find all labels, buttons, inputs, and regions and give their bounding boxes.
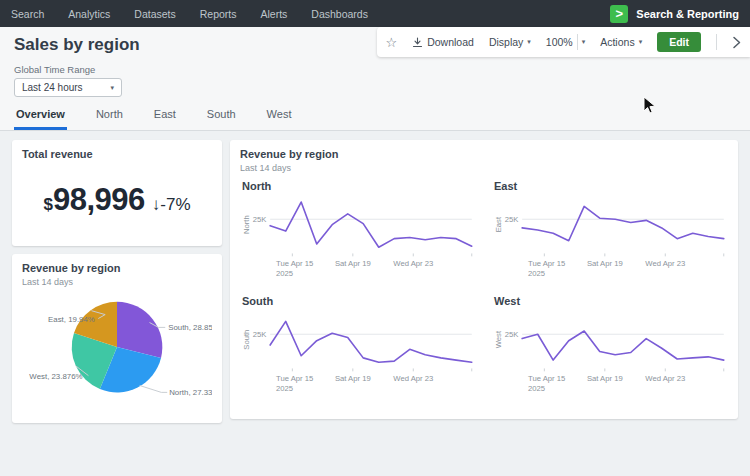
chart-title-west: West	[494, 295, 728, 307]
svg-text:2025: 2025	[528, 269, 545, 278]
pie-subtitle: Last 14 days	[22, 277, 212, 287]
favorite-star-icon[interactable]: ☆	[386, 36, 398, 49]
svg-text:South: South	[242, 330, 251, 350]
svg-text:East, 19.94%: East, 19.94%	[48, 315, 95, 324]
svg-text:Wed Apr 23: Wed Apr 23	[393, 259, 433, 268]
zoom-level: 100%	[546, 36, 573, 48]
svg-text:Sat Apr 19: Sat Apr 19	[335, 374, 371, 383]
line-chart-cell-east: East 25KEastTue Apr 152025Sat Apr 19Wed …	[492, 173, 728, 288]
svg-text:Tue Apr 15: Tue Apr 15	[276, 259, 313, 268]
line-chart-east: 25KEastTue Apr 152025Sat Apr 19Wed Apr 2…	[492, 192, 728, 288]
caret-down-icon: ▾	[110, 84, 114, 92]
svg-text:Wed Apr 23: Wed Apr 23	[393, 374, 433, 383]
time-range-value: Last 24 hours	[22, 82, 83, 93]
svg-text:North: North	[242, 215, 251, 234]
zoom-control[interactable]: 100% ▾	[546, 34, 585, 50]
actions-menu-button[interactable]: Actions ▾	[600, 36, 642, 48]
svg-text:25K: 25K	[253, 330, 268, 339]
svg-text:Tue Apr 15: Tue Apr 15	[528, 374, 565, 383]
line-chart-grid: North 25KNorthTue Apr 152025Sat Apr 19We…	[240, 173, 728, 403]
kpi-value: 98,996	[53, 182, 145, 218]
line-chart-north: 25KNorthTue Apr 152025Sat Apr 19Wed Apr …	[240, 192, 476, 288]
kpi-currency: $	[43, 195, 52, 215]
tab-overview[interactable]: Overview	[14, 108, 67, 130]
chart-title-north: North	[242, 180, 476, 192]
download-icon	[412, 37, 423, 48]
chart-title-south: South	[242, 295, 476, 307]
tab-bar: Overview North East South West	[14, 108, 750, 130]
line-chart-cell-south: South 25KSouthTue Apr 152025Sat Apr 19We…	[240, 288, 476, 403]
svg-text:Sat Apr 19: Sat Apr 19	[587, 259, 623, 268]
chart-title-east: East	[494, 180, 728, 192]
caret-down-icon: ▾	[527, 38, 531, 46]
svg-text:Sat Apr 19: Sat Apr 19	[587, 374, 623, 383]
dashboard-header: Sales by region ☆ Download Display ▾ 100…	[0, 27, 750, 131]
svg-text:2025: 2025	[276, 269, 293, 278]
revenue-pie-panel: Revenue by region Last 14 days South, 28…	[12, 254, 222, 423]
nav-item-search[interactable]: Search	[11, 8, 44, 20]
lines-title: Revenue by region	[240, 148, 728, 160]
line-chart-cell-west: West 25KWestTue Apr 152025Sat Apr 19Wed …	[492, 288, 728, 403]
line-chart-south: 25KSouthTue Apr 152025Sat Apr 19Wed Apr …	[240, 307, 476, 403]
splunk-logo-icon: >	[610, 5, 628, 23]
svg-text:Wed Apr 23: Wed Apr 23	[645, 259, 685, 268]
kpi-title: Total revenue	[22, 148, 212, 160]
total-revenue-panel: Total revenue $98,996 ↓-7%	[12, 140, 222, 246]
nav-item-dashboards[interactable]: Dashboards	[311, 8, 368, 20]
nav-item-reports[interactable]: Reports	[200, 8, 237, 20]
svg-text:North, 27.332%: North, 27.332%	[169, 388, 212, 397]
chevron-right-icon[interactable]	[732, 36, 741, 49]
line-chart-west: 25KWestTue Apr 152025Sat Apr 19Wed Apr 2…	[492, 307, 728, 403]
svg-text:Sat Apr 19: Sat Apr 19	[335, 259, 371, 268]
svg-text:25K: 25K	[505, 215, 520, 224]
tab-south[interactable]: South	[205, 108, 238, 130]
svg-text:Tue Apr 15: Tue Apr 15	[276, 374, 313, 383]
revenue-pie-chart: South, 28.852%North, 27.332%West, 23.876…	[22, 289, 212, 417]
caret-down-icon: ▾	[582, 38, 586, 46]
download-button[interactable]: Download	[412, 36, 474, 48]
edit-button[interactable]: Edit	[657, 32, 701, 52]
lines-subtitle: Last 14 days	[240, 163, 728, 173]
tab-west[interactable]: West	[265, 108, 294, 130]
nav-item-alerts[interactable]: Alerts	[261, 8, 288, 20]
divider	[716, 34, 717, 50]
tab-east[interactable]: East	[152, 108, 178, 130]
svg-text:South, 28.852%: South, 28.852%	[168, 323, 212, 332]
svg-text:West: West	[494, 330, 503, 348]
svg-text:Tue Apr 15: Tue Apr 15	[528, 259, 565, 268]
divider	[577, 34, 578, 50]
nav-item-analytics[interactable]: Analytics	[68, 8, 110, 20]
display-menu-button[interactable]: Display ▾	[489, 36, 531, 48]
tab-north[interactable]: North	[94, 108, 125, 130]
kpi-delta: ↓-7%	[152, 195, 191, 215]
time-range-dropdown[interactable]: Last 24 hours ▾	[14, 78, 122, 97]
svg-text:East: East	[494, 216, 503, 232]
dashboard-body: Total revenue $98,996 ↓-7% Revenue by re…	[0, 131, 750, 423]
svg-text:25K: 25K	[253, 215, 268, 224]
top-nav: Search Analytics Datasets Reports Alerts…	[0, 0, 750, 27]
svg-text:2025: 2025	[276, 384, 293, 393]
svg-text:2025: 2025	[528, 384, 545, 393]
line-chart-cell-north: North 25KNorthTue Apr 152025Sat Apr 19We…	[240, 173, 476, 288]
pie-title: Revenue by region	[22, 262, 212, 274]
kpi-value-row: $98,996 ↓-7%	[22, 182, 212, 218]
time-range-label: Global Time Range	[14, 64, 750, 75]
caret-down-icon: ▾	[639, 38, 643, 46]
svg-text:Wed Apr 23: Wed Apr 23	[645, 374, 685, 383]
revenue-lines-panel: Revenue by region Last 14 days North 25K…	[230, 140, 738, 419]
svg-text:West, 23.876%: West, 23.876%	[29, 372, 82, 381]
svg-text:25K: 25K	[505, 330, 520, 339]
app-name: Search & Reporting	[636, 8, 739, 20]
app-switcher[interactable]: > Search & Reporting	[610, 5, 739, 23]
nav-item-datasets[interactable]: Datasets	[134, 8, 175, 20]
dashboard-toolbar: ☆ Download Display ▾ 100% ▾ Actions ▾ Ed…	[377, 27, 750, 57]
